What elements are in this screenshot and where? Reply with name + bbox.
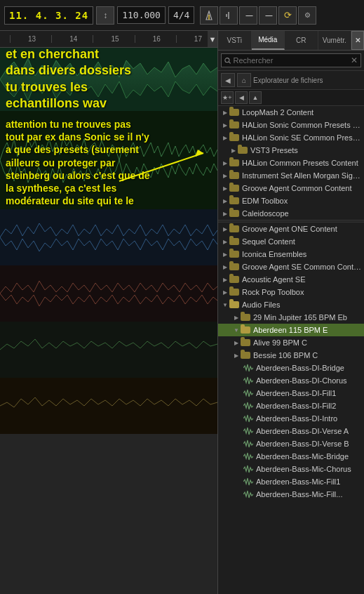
tree-item-instrument-set[interactable]: ▶ Instrument Set Allen Morgan Signa... [218, 169, 364, 182]
tree-item-groove-agent-common[interactable]: ▶ Groove Agent Common Content [218, 182, 364, 194]
transport-icons: ─ ─ ⟳ ⚙ [200, 6, 316, 25]
nav-home-btn[interactable]: ⌂ [237, 73, 251, 87]
settings-btn[interactable]: ⚙ [298, 6, 316, 25]
tree-item-jupiter[interactable]: ▶ 29 Min Jupiter 165 BPM Eb [218, 311, 364, 324]
tree-item-bass-versea[interactable]: Aberdeen-Bass-DI-Verse A [218, 425, 364, 437]
tree-label-aberdeen115: Aberdeen 115 BPM E [253, 326, 361, 334]
tab-cr[interactable]: CR [285, 31, 318, 50]
tree-arrow-groove-agent-common: ▶ [221, 184, 229, 192]
tree-item-mic-fill2-partial[interactable]: Aberdeen-Bass-Mic-Fill... [218, 488, 364, 501]
tree-item-bass-verseb[interactable]: Aberdeen-Bass-DI-Verse B [218, 437, 364, 450]
tree-item-mic-bridge[interactable]: Aberdeen-Bass-Mic-Bridge [218, 450, 364, 463]
tree-item-aberdeen115[interactable]: ▼ Aberdeen 115 BPM E [218, 324, 364, 336]
tree-arrow-groove-se: ▶ [221, 263, 229, 271]
tree-item-halion-se[interactable]: ▶ HALion Sonic SE Common Presets C... [218, 131, 364, 144]
tree-arrow-rockpop: ▶ [221, 288, 229, 296]
track-row-4 [0, 265, 217, 322]
browser-tabs: VSTi Média CR Vumètr. ✕ [218, 31, 364, 51]
tree-item-edm[interactable]: ▶ EDM Toolbox [218, 194, 364, 207]
search-icon [224, 57, 231, 65]
svg-rect-11 [0, 322, 217, 378]
svg-rect-6 [0, 111, 217, 209]
folder-icon-acoustic [229, 276, 239, 283]
audio-icon-bass-fill2 [243, 402, 253, 410]
audio-icon-bass-chorus [243, 376, 253, 385]
tracks-container[interactable]: et en cherchantdans divers dossierstu tr… [0, 48, 217, 594]
track-row-1: et en cherchantdans divers dossierstu tr… [0, 48, 217, 111]
tree-item-bass-intro[interactable]: Aberdeen-Bass-DI-Intro [218, 412, 364, 425]
svg-rect-10 [0, 265, 217, 322]
tree-item-halion-sonic[interactable]: ▶ HALion Sonic Common Presets Con... [218, 119, 364, 131]
audio-icon-mic-chorus [243, 465, 253, 473]
loop-btn[interactable]: ⟳ [278, 6, 297, 25]
tree-item-bass-chorus[interactable]: Aberdeen-Bass-DI-Chorus [218, 374, 364, 387]
tree-item-vst3[interactable]: ▶ VST3 Presets [218, 144, 364, 157]
ruler-scroll[interactable]: ▼ [208, 31, 217, 47]
metronome-btn[interactable] [200, 6, 218, 25]
tree-item-kaleid[interactable]: ▶ Caleidoscope [218, 207, 364, 220]
folder-icon-halion-common [229, 159, 239, 166]
file-tree[interactable]: ▶ LoopMash 2 Content ▶ HALion Sonic Comm… [218, 106, 364, 594]
tree-item-bessie106[interactable]: ▶ Bessie 106 BPM C [218, 349, 364, 362]
tree-item-iconica[interactable]: ▶ Iconica Ensembles [218, 248, 364, 260]
timeline-ruler: 13 14 15 16 17 ▼ [0, 31, 217, 48]
tree-label-kaleid: Caleidoscope [242, 209, 361, 218]
tree-label-mic-chorus: Aberdeen-Bass-Mic-Chorus [256, 465, 361, 473]
transport-nudge-btn[interactable]: ↕ [96, 6, 114, 25]
tree-arrow-alive99: ▶ [232, 338, 241, 347]
nav-path-label: Explorateur de fichiers [253, 77, 361, 84]
tree-item-mic-fill1[interactable]: Aberdeen-Bass-Mic-Fill1 [218, 475, 364, 488]
folder-icon-loopmas [229, 109, 239, 116]
tree-label-halion-common: HALion Common Presets Content [242, 159, 361, 167]
tree-item-bass-bridge[interactable]: Aberdeen-Bass-DI-Bridge [218, 362, 364, 374]
tab-media[interactable]: Média [252, 31, 285, 50]
tab-vumetr[interactable]: Vumètr. [318, 31, 352, 50]
click-btn[interactable] [220, 6, 238, 25]
fav-add-btn[interactable]: ★+ [221, 91, 234, 104]
folder-icon-groove-se [229, 263, 239, 270]
ruler-mark-15: 15 [93, 35, 134, 43]
tree-item-sequel[interactable]: ▶ Sequel Content [218, 235, 364, 248]
dash-icon2[interactable]: ─ [259, 6, 277, 25]
transport-timesig[interactable]: 4/4 [168, 6, 194, 24]
tree-label-bass-chorus: Aberdeen-Bass-DI-Chorus [256, 376, 361, 385]
tree-item-bass-fill1[interactable]: Aberdeen-Bass-DI-Fill1 [218, 387, 364, 400]
close-browser-button[interactable]: ✕ [351, 31, 364, 50]
transport-time[interactable]: 11. 4. 3. 24 [4, 6, 93, 25]
tree-label-audiofiles: Audio Files [242, 301, 361, 309]
ruler-mark-16: 16 [135, 35, 176, 43]
tree-item-rockpop[interactable]: ▶ Rock Pop Toolbox [218, 286, 364, 298]
dash-icon1[interactable]: ─ [239, 6, 257, 25]
tree-arrow-halion-sonic: ▶ [221, 121, 229, 129]
tab-vsti[interactable]: VSTi [218, 31, 252, 50]
track-area: 13 14 15 16 17 ▼ [0, 31, 217, 594]
tree-item-audiofiles[interactable]: ▼ Audio Files [218, 298, 364, 311]
tree-item-bass-fill2[interactable]: Aberdeen-Bass-DI-Fill2 [218, 400, 364, 412]
favorites-bar: ★+ ◀ ▲ [218, 90, 364, 106]
search-clear-btn[interactable]: ✕ [351, 55, 358, 65]
tree-label-acoustic: Acoustic Agent SE [242, 275, 361, 284]
fav-up-btn[interactable]: ▲ [249, 91, 262, 104]
svg-line-14 [229, 62, 230, 63]
tree-item-loopmas[interactable]: ▶ LoopMash 2 Content [218, 106, 364, 119]
fav-back-btn[interactable]: ◀ [235, 91, 248, 104]
tree-item-mic-chorus[interactable]: Aberdeen-Bass-Mic-Chorus [218, 463, 364, 475]
folder-icon-vst3 [238, 147, 248, 154]
tree-item-groove-se[interactable]: ▶ Groove Agent SE Common Content [218, 260, 364, 273]
tree-item-groove-one[interactable]: ▶ Groove Agent ONE Content [218, 223, 364, 235]
tree-arrow-edm: ▶ [221, 197, 229, 205]
tree-item-acoustic[interactable]: ▶ Acoustic Agent SE [218, 273, 364, 286]
tree-arrow-audiofiles: ▼ [221, 301, 229, 309]
transport-bpm[interactable]: 110.000 [117, 6, 166, 24]
audio-icon-mic-fill1 [243, 477, 253, 486]
tree-item-halion-common[interactable]: ▶ HALion Common Presets Content [218, 157, 364, 169]
nav-back-btn[interactable]: ◀ [221, 73, 235, 87]
tree-arrow-jupiter: ▶ [232, 313, 241, 322]
folder-icon-audiofiles [229, 301, 239, 308]
search-input[interactable] [234, 56, 349, 65]
tree-arrow-bessie106: ▶ [232, 351, 241, 359]
tree-label-halion-sonic: HALion Sonic Common Presets Con... [242, 121, 361, 129]
tree-item-alive99[interactable]: ▶ Alive 99 BPM C [218, 336, 364, 349]
tree-arrow-vst3: ▶ [229, 146, 238, 154]
audio-icon-bass-versea [243, 427, 253, 435]
